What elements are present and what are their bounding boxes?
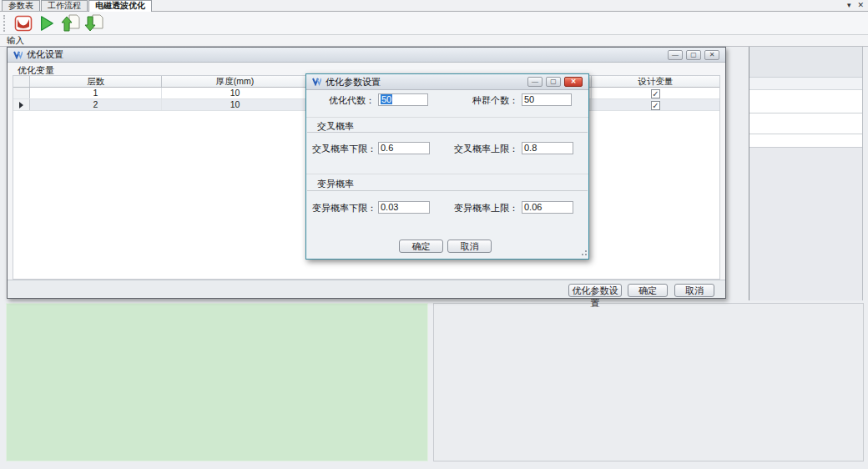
optimization-dialog-footer: 优化参数设置 确定 取消: [8, 280, 725, 298]
mutation-lower-input[interactable]: 0.03: [378, 201, 430, 214]
close-icon[interactable]: ✕: [564, 77, 583, 87]
cancel-button[interactable]: 取消: [674, 284, 714, 297]
thickness-cell[interactable]: 10: [162, 88, 309, 98]
background-panel-band: [749, 47, 862, 78]
tab-bar: 参数表 工作流程 电磁透波优化 ▾ ✕: [0, 0, 868, 12]
design-variable-checkbox[interactable]: ✓: [651, 89, 660, 98]
crossover-upper-input[interactable]: 0.8: [522, 142, 573, 154]
params-ok-button[interactable]: 确定: [399, 240, 443, 253]
tab-parameter-table[interactable]: 参数表: [2, 0, 40, 11]
app-window: 参数表 工作流程 电磁透波优化 ▾ ✕: [0, 0, 868, 469]
column-header-thickness[interactable]: 厚度(mm): [162, 76, 309, 87]
mutation-lower-label: 变异概率下限：: [310, 203, 376, 214]
open-params-settings-button[interactable]: 优化参数设置: [568, 284, 622, 297]
design-variable-cell[interactable]: ✓: [592, 99, 719, 110]
current-row-marker-icon: [19, 102, 23, 108]
selected-text: 50: [381, 94, 392, 104]
mutation-upper-input[interactable]: 0.06: [522, 201, 573, 214]
export-up-icon[interactable]: [58, 13, 82, 34]
plot-area-panel: [6, 303, 428, 461]
row-separator: [749, 113, 862, 113]
input-section-label: 输入: [7, 35, 24, 45]
minimize-icon[interactable]: —: [527, 77, 542, 87]
group-underline: [307, 132, 588, 133]
crossover-lower-input[interactable]: 0.6: [378, 142, 430, 154]
app-logo-icon: [13, 51, 23, 59]
maximize-icon[interactable]: ▢: [686, 50, 701, 60]
tab-list-dropdown-icon[interactable]: ▾: [847, 1, 851, 10]
background-panel-rows: [749, 90, 862, 148]
generations-label: 优化代数：: [316, 95, 375, 106]
row-selector-cell[interactable]: [13, 99, 30, 110]
section-divider: [306, 174, 588, 174]
thickness-cell[interactable]: 10: [162, 99, 309, 110]
toolbar-grip[interactable]: [3, 15, 7, 32]
row-separator: [749, 134, 862, 134]
input-value: 0.06: [524, 202, 542, 212]
layer-cell[interactable]: 1: [30, 88, 162, 98]
input-section-header: 输入: [0, 35, 868, 47]
input-value: 0.6: [381, 143, 393, 153]
section-divider: [306, 117, 588, 118]
close-icon[interactable]: ✕: [704, 50, 719, 60]
crossover-group-label: 交叉概率: [317, 120, 354, 133]
resize-grip[interactable]: [580, 250, 587, 257]
ok-button[interactable]: 确定: [628, 284, 668, 297]
tab-workflow[interactable]: 工作流程: [41, 0, 88, 11]
mutation-upper-label: 变异概率上限：: [452, 203, 518, 214]
optimization-params-dialog: 优化参数设置 — ▢ ✕ 优化代数： 50 种群个数： 50 交叉概率 交叉概率…: [305, 73, 589, 260]
tab-em-transmission-optimization[interactable]: 电磁透波优化: [88, 0, 152, 12]
design-variable-cell[interactable]: ✓: [592, 88, 719, 98]
row-selector-cell[interactable]: [13, 88, 30, 98]
row-selector-header[interactable]: [13, 76, 30, 87]
input-value: 50: [524, 94, 534, 104]
import-down-icon[interactable]: [82, 13, 105, 34]
column-header-layer[interactable]: 层数: [30, 76, 162, 87]
group-underline: [307, 190, 588, 191]
tab-close-icon[interactable]: ✕: [857, 1, 864, 10]
params-cancel-button[interactable]: 取消: [447, 240, 492, 253]
maximize-icon[interactable]: ▢: [546, 77, 561, 87]
optimization-dialog-title: 优化设置: [27, 48, 63, 61]
population-input[interactable]: 50: [522, 93, 572, 106]
background-panel-band: [749, 78, 862, 90]
tab-controls: ▾ ✕: [847, 1, 864, 10]
toolbar: [0, 12, 868, 35]
input-value: 0.8: [524, 143, 537, 153]
input-value: 0.03: [381, 202, 398, 212]
minimize-icon[interactable]: —: [668, 50, 683, 60]
background-right-panel: [749, 47, 863, 300]
population-label: 种群个数：: [462, 95, 518, 106]
params-dialog-title: 优化参数设置: [326, 76, 381, 88]
run-icon[interactable]: [35, 13, 58, 34]
optimization-dialog-titlebar[interactable]: 优化设置: [8, 48, 725, 63]
design-variable-checkbox[interactable]: ✓: [651, 101, 660, 110]
mutation-group-label: 变异概率: [317, 178, 354, 190]
app-logo-icon: [312, 78, 321, 86]
model-curve-icon[interactable]: [12, 13, 35, 34]
column-header-design-variable[interactable]: 设计变量: [592, 76, 719, 87]
layer-cell[interactable]: 2: [30, 99, 162, 110]
generations-input[interactable]: 50: [378, 93, 428, 106]
crossover-lower-label: 交叉概率下限：: [310, 144, 376, 154]
crossover-upper-label: 交叉概率上限：: [452, 144, 518, 154]
output-area-panel: [433, 303, 864, 461]
